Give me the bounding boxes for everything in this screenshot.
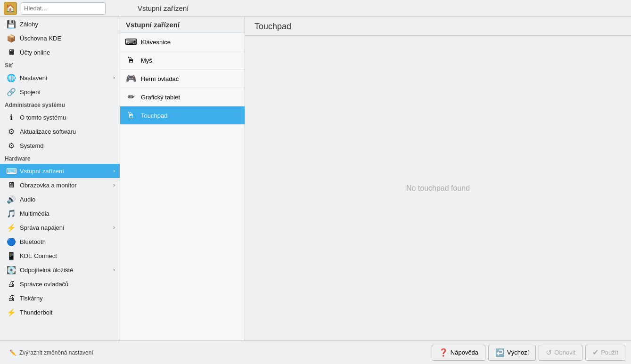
graficky-tablet-mid-icon: ✏: [126, 92, 136, 102]
ucty-online-label: Účty online: [20, 49, 115, 56]
pencil-icon: ✏️: [9, 349, 16, 356]
vychozi-label: Výchozí: [507, 349, 529, 356]
audio-icon: 🔊: [7, 194, 16, 204]
home-icon: 🏠: [6, 4, 15, 13]
refresh-icon: ↺: [546, 348, 552, 357]
bluetooth-label: Bluetooth: [20, 238, 115, 245]
mys-mid-label: Myš: [141, 57, 152, 64]
vstupni-zarizeni-icon: ⌨: [7, 166, 16, 176]
sidebar-item-obrazovka-monitor[interactable]: 🖥Obrazovka a monitor›: [0, 178, 120, 192]
sidebar-item-ucty-online[interactable]: 🖥Účty online: [0, 45, 120, 59]
help-icon: ❓: [439, 348, 448, 357]
napoveda-button[interactable]: ❓ Nápověda: [432, 345, 485, 361]
uschovna-kde-label: Úschovna KDE: [20, 35, 115, 42]
sidebar-item-o-tomto[interactable]: ℹO tomto systému: [0, 110, 120, 124]
sidebar-item-zalohy[interactable]: 💾Zálohy: [0, 17, 120, 31]
mid-item-herni-ovladac[interactable]: 🎮Herní ovladač: [120, 70, 245, 88]
thunderbolt-label: Thunderbolt: [20, 309, 115, 316]
systemd-icon: ⚙: [7, 141, 16, 150]
vychozi-button[interactable]: ↩️ Výchozí: [488, 345, 536, 361]
sprava-napajeni-chevron-icon: ›: [113, 224, 115, 231]
content-body: No touchpad found: [245, 36, 631, 340]
sidebar-item-kde-connect[interactable]: 📱KDE Connect: [0, 249, 120, 263]
top-section-title: Vstupní zařízení: [138, 4, 188, 12]
search-box[interactable]: [21, 2, 106, 15]
sidebar-item-thunderbolt[interactable]: ⚡Thunderbolt: [0, 305, 120, 319]
nastaveni-label: Nastavení: [20, 74, 109, 81]
highlight-changes-button[interactable]: ✏️ Zvýraznit změněná nastavení: [6, 348, 97, 358]
spravce-ovladacu-label: Správce ovladačů: [20, 281, 115, 288]
touchpad-mid-icon: 🖱: [126, 110, 136, 121]
sidebar-item-vstupni-zarizeni[interactable]: ⌨Vstupní zařízení›: [0, 164, 120, 178]
mid-item-graficky-tablet[interactable]: ✏Grafický tablet: [120, 88, 245, 106]
tiskarny-label: Tiskárny: [20, 295, 115, 302]
sidebar-item-bluetooth[interactable]: 🔵Bluetooth: [0, 235, 120, 249]
odpojitelna-uloziste-label: Odpojitelná úložiště: [20, 267, 109, 274]
bottom-bar: ✏️ Zvýraznit změněná nastavení ❓ Nápověd…: [0, 340, 631, 364]
obrazovka-monitor-label: Obrazovka a monitor: [20, 182, 109, 189]
bluetooth-icon: 🔵: [7, 237, 16, 246]
uschovna-kde-icon: 📦: [7, 33, 16, 43]
thunderbolt-icon: ⚡: [7, 307, 16, 317]
zalohy-label: Zálohy: [20, 21, 115, 28]
sidebar-item-audio[interactable]: 🔊Audio: [0, 192, 120, 206]
search-input[interactable]: [24, 5, 102, 12]
vstupni-zarizeni-label: Vstupní zařízení: [20, 168, 109, 175]
sidebar-item-odpojitelna-uloziste[interactable]: 💽Odpojitelná úložiště›: [0, 263, 120, 277]
sidebar-item-sprava-napajeni[interactable]: ⚡Správa napájení›: [0, 220, 120, 235]
kde-connect-label: KDE Connect: [20, 252, 115, 259]
mys-mid-icon: 🖱: [126, 55, 136, 65]
o-tomto-icon: ℹ: [7, 113, 16, 122]
main-layout: 💾Zálohy📦Úschovna KDE🖥Účty onlineSíť🌐Nast…: [0, 17, 631, 340]
spojeni-icon: 🔗: [7, 87, 16, 97]
audio-label: Audio: [20, 196, 115, 203]
odpojitelna-uloziste-chevron-icon: ›: [113, 267, 115, 273]
klavesnice-mid-icon: ⌨: [126, 37, 136, 47]
nastaveni-chevron-icon: ›: [113, 74, 115, 81]
sprava-napajeni-label: Správa napájení: [20, 224, 109, 231]
apply-icon: ✔: [592, 348, 598, 357]
sidebar-section-hardware: Hardware: [0, 153, 120, 164]
sidebar-section-síť: Síť: [0, 59, 120, 71]
sidebar-item-uschovna-kde[interactable]: 📦Úschovna KDE: [0, 31, 120, 45]
pouzit-label: Použít: [601, 349, 618, 356]
systemd-label: Systemd: [20, 142, 115, 149]
odpojitelna-uloziste-icon: 💽: [7, 265, 16, 275]
touchpad-mid-label: Touchpad: [141, 112, 167, 119]
spravce-ovladacu-icon: 🖨: [7, 279, 16, 289]
top-bar: 🏠 Vstupní zařízení: [0, 0, 631, 17]
pouzit-button[interactable]: ✔ Použít: [585, 345, 625, 361]
multimdia-label: Multimédia: [20, 210, 115, 217]
mid-item-klavesnice[interactable]: ⌨Klávesnice: [120, 33, 245, 51]
herni-ovladac-mid-icon: 🎮: [126, 73, 136, 84]
no-touchpad-message: No touchpad found: [406, 184, 470, 193]
obnovit-button[interactable]: ↺ Obnovit: [539, 345, 582, 361]
napoveda-label: Nápověda: [451, 349, 478, 356]
mid-item-mys[interactable]: 🖱Myš: [120, 51, 245, 70]
sidebar-item-spojeni[interactable]: 🔗Spojení: [0, 85, 120, 99]
obrazovka-monitor-chevron-icon: ›: [113, 182, 115, 188]
sprava-napajeni-icon: ⚡: [7, 223, 16, 232]
aktualizace-label: Aktualizace softwaru: [20, 128, 115, 135]
sidebar-item-aktualizace[interactable]: ⚙Aktualizace softwaru: [0, 124, 120, 138]
sidebar-item-nastaveni[interactable]: 🌐Nastavení›: [0, 71, 120, 85]
sidebar-item-tiskarny[interactable]: 🖨Tiskárny: [0, 291, 120, 305]
multimdia-icon: 🎵: [7, 209, 16, 218]
sidebar-item-systemd[interactable]: ⚙Systemd: [0, 138, 120, 153]
obnovit-label: Obnovit: [554, 349, 575, 356]
vstupni-zarizeni-chevron-icon: ›: [113, 168, 115, 174]
bottom-bar-left: ✏️ Zvýraznit změněná nastavení: [6, 348, 126, 358]
content-title: Touchpad: [245, 17, 631, 36]
sidebar-item-spravce-ovladacu[interactable]: 🖨Správce ovladačů: [0, 277, 120, 291]
ucty-online-icon: 🖥: [7, 48, 16, 57]
mid-panel: Vstupní zařízení ⌨Klávesnice🖱Myš🎮Herní o…: [120, 17, 245, 340]
home-button[interactable]: 🏠: [4, 2, 17, 15]
graficky-tablet-mid-label: Grafický tablet: [141, 94, 180, 101]
spojeni-label: Spojení: [20, 89, 115, 96]
zalohy-icon: 💾: [7, 19, 16, 29]
tiskarny-icon: 🖨: [7, 293, 16, 303]
sidebar-section-administrace-systému: Administrace systému: [0, 99, 120, 110]
sidebar-item-multimdia[interactable]: 🎵Multimédia: [0, 206, 120, 220]
klavesnice-mid-label: Klávesnice: [141, 39, 171, 46]
mid-item-touchpad[interactable]: 🖱Touchpad: [120, 106, 245, 125]
